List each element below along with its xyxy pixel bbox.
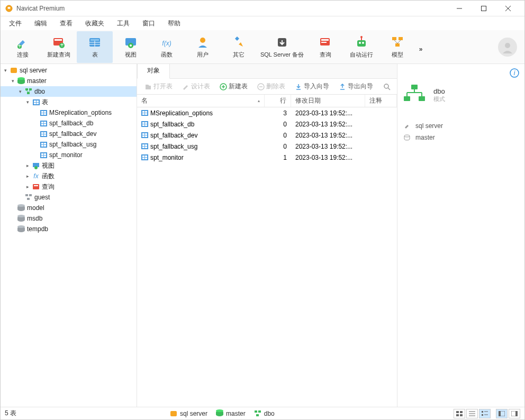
user-avatar[interactable] (498, 38, 517, 57)
svg-point-57 (384, 84, 388, 88)
tree-table-item[interactable]: spt_fallback_usg (1, 139, 137, 150)
tree-db-model[interactable]: model (1, 203, 137, 213)
maximize-button[interactable] (472, 1, 496, 16)
col-header-date[interactable]: 修改日期 (291, 95, 365, 107)
tree-panel[interactable]: ▾ sql server ▾ master ▾ dbo ▾ 表 MSreplic… (1, 64, 137, 407)
panel-left-button[interactable] (496, 409, 508, 418)
toolbar-overflow[interactable]: » (415, 41, 426, 53)
toolbar-connect[interactable]: + 连接 (5, 31, 41, 63)
svg-rect-74 (460, 411, 463, 413)
database-icon (16, 216, 26, 222)
toolbar-newquery[interactable]: + 新建查询 (41, 31, 77, 63)
database-small-icon (403, 134, 411, 141)
toolbar-model[interactable]: 模型 (379, 31, 415, 63)
crumb-schema[interactable]: dbo (254, 410, 275, 417)
chevron-right-icon: ▸ (24, 184, 31, 189)
tab-objects[interactable]: 对象 (137, 64, 170, 79)
svg-rect-23 (321, 39, 329, 41)
toolbar-table[interactable]: 表 (77, 31, 113, 63)
panel-right-button[interactable] (509, 409, 520, 418)
tree-group-tables[interactable]: ▾ 表 (1, 97, 137, 107)
toolbar-autorun[interactable]: 自动运行 (343, 31, 379, 63)
avatar-icon (501, 41, 514, 53)
plug-icon: + (15, 35, 30, 50)
design-icon (182, 83, 189, 90)
export-wizard-button[interactable]: 导出向导 (336, 80, 376, 93)
menu-file[interactable]: 文件 (3, 17, 28, 30)
info-icon[interactable]: i (510, 68, 519, 79)
tree-schema-guest[interactable]: guest (1, 192, 137, 203)
svg-rect-48 (29, 194, 32, 196)
plus-icon (220, 83, 227, 90)
tree-group-queries[interactable]: ▸ 查询 (1, 181, 137, 192)
svg-line-34 (397, 40, 401, 43)
tree-server[interactable]: ▾ sql server (1, 65, 137, 76)
table-row[interactable]: MSreplication_options 3 2023-03-13 19:52… (137, 107, 397, 118)
toolbar-view[interactable]: 视图 (113, 31, 149, 63)
view-grid-button[interactable] (454, 409, 465, 418)
menu-edit[interactable]: 编辑 (28, 17, 53, 30)
menu-window[interactable]: 窗口 (136, 17, 161, 30)
svg-text:i: i (514, 69, 515, 77)
toolbar-backup[interactable]: SQL Server 备份 (257, 31, 307, 63)
menu-tools[interactable]: 工具 (111, 17, 136, 30)
list-body[interactable]: MSreplication_options 3 2023-03-13 19:52… (137, 107, 397, 407)
crumb-server[interactable]: sql server (170, 410, 207, 417)
design-table-button[interactable]: 设计表 (179, 80, 213, 93)
close-button[interactable] (496, 1, 520, 16)
svg-point-18 (130, 44, 132, 47)
tree-table-item[interactable]: spt_fallback_db (1, 118, 137, 129)
tree-db-tempdb[interactable]: tempdb (1, 224, 137, 234)
tree-table-item[interactable]: spt_monitor (1, 150, 137, 160)
col-header-name[interactable]: 名▴ (137, 95, 265, 107)
table-row[interactable]: spt_fallback_usg 0 2023-03-13 19:52:... (137, 141, 397, 152)
tree-table-item[interactable]: MSreplication_options (1, 107, 137, 118)
tree-schema-dbo[interactable]: ▾ dbo (1, 86, 137, 97)
toolbar-user[interactable]: 用户 (185, 31, 221, 63)
delete-table-button[interactable]: 删除表 (254, 80, 288, 93)
tree-group-functions[interactable]: ▸ fx 函数 (1, 171, 137, 181)
svg-rect-32 (395, 43, 400, 47)
svg-rect-46 (34, 185, 38, 186)
svg-rect-61 (411, 85, 418, 89)
menu-help[interactable]: 帮助 (161, 17, 187, 30)
tabstrip: 对象 (137, 64, 397, 79)
toolbar-function[interactable]: f(x) 函数 (149, 31, 185, 63)
svg-rect-38 (29, 88, 32, 90)
backup-icon (275, 35, 289, 50)
menu-fav[interactable]: 收藏夹 (79, 17, 111, 30)
tree-table-item[interactable]: spt_fallback_dev (1, 129, 137, 139)
view-detail-button[interactable] (479, 409, 491, 418)
table-icon (39, 152, 48, 158)
col-header-rows[interactable]: 行 (265, 95, 291, 107)
table-row[interactable]: spt_monitor 1 2023-03-13 19:52:... (137, 152, 397, 163)
svg-text:+: + (17, 42, 21, 50)
tree-group-views[interactable]: ▸ 视图 (1, 160, 137, 171)
tree-db-msdb[interactable]: msdb (1, 213, 137, 224)
minimize-button[interactable] (447, 1, 472, 16)
open-table-button[interactable]: 打开表 (141, 80, 176, 93)
chevron-down-icon: ▾ (24, 99, 31, 105)
crumb-database[interactable]: master (216, 410, 246, 417)
menu-view[interactable]: 查看 (53, 17, 79, 30)
svg-rect-12 (90, 39, 99, 41)
toolbar-other[interactable]: 其它 (221, 31, 257, 63)
table-icon (39, 131, 48, 137)
svg-point-27 (362, 42, 364, 44)
toolbar-query[interactable]: 查询 (307, 31, 343, 63)
search-button[interactable] (381, 81, 393, 93)
info-subtitle: 模式 (433, 95, 445, 103)
info-name: dbo (433, 87, 445, 95)
tools-icon (231, 35, 246, 50)
col-header-note[interactable]: 注释 (365, 95, 397, 107)
svg-text:+: + (60, 41, 64, 49)
svg-rect-62 (404, 96, 410, 101)
table-row[interactable]: spt_fallback_dev 0 2023-03-13 19:52:... (137, 130, 397, 141)
new-table-button[interactable]: 新建表 (216, 80, 251, 93)
table-icon (141, 143, 148, 149)
table-row[interactable]: spt_fallback_db 0 2023-03-13 19:52:... (137, 118, 397, 130)
view-list-button[interactable] (466, 409, 478, 418)
window-title: Navicat Premium (16, 5, 447, 12)
import-wizard-button[interactable]: 导入向导 (292, 80, 332, 93)
tree-db-master[interactable]: ▾ master (1, 76, 137, 86)
